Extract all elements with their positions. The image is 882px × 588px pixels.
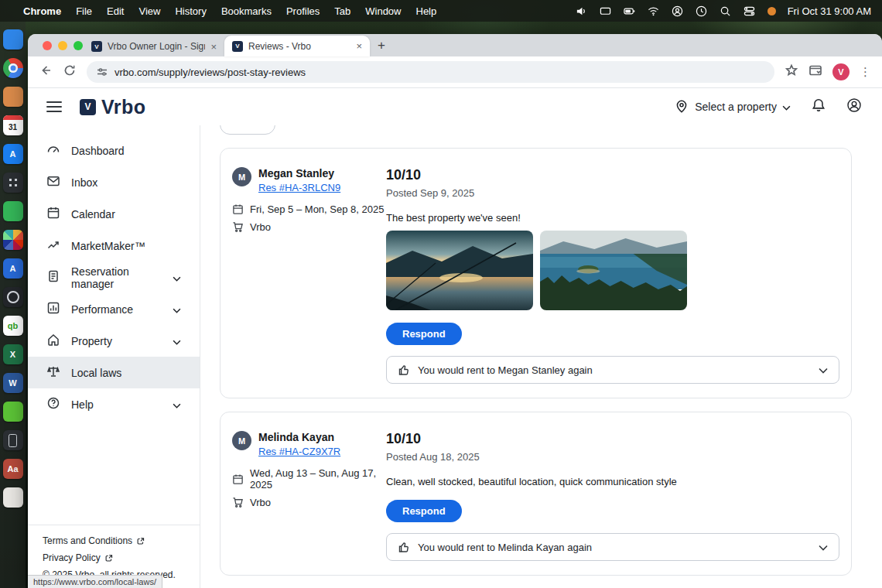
review-photo-sunset-lake[interactable] bbox=[386, 231, 533, 310]
menubar-app-name[interactable]: Chrome bbox=[23, 5, 61, 17]
menu-history[interactable]: History bbox=[175, 5, 206, 17]
sidebar-item-local-laws[interactable]: Local laws bbox=[28, 357, 200, 388]
menu-tab[interactable]: Tab bbox=[334, 5, 350, 17]
reservation-icon bbox=[46, 269, 60, 285]
help-icon bbox=[46, 396, 60, 412]
profile-avatar[interactable]: V bbox=[832, 63, 850, 80]
vrbo-logo-text: Vrbo bbox=[101, 96, 146, 118]
rent-again-accordion[interactable]: You would rent to Melinda Kayan again bbox=[386, 533, 839, 561]
review-card: M Melinda Kayan Res #HA-CZ9X7R Wed, Aug … bbox=[220, 412, 852, 576]
review-posted-date: Posted Aug 18, 2025 bbox=[386, 451, 839, 463]
dock-icon-calendar[interactable]: 31 bbox=[3, 115, 23, 135]
notifications-bell-icon[interactable] bbox=[811, 97, 826, 116]
rent-again-accordion[interactable]: You would rent to Megan Stanley again bbox=[386, 356, 839, 384]
reservation-link[interactable]: Res #HA-CZ9X7R bbox=[258, 446, 340, 457]
dock-icon-excel[interactable]: X bbox=[3, 344, 23, 364]
menu-file[interactable]: File bbox=[76, 5, 92, 17]
sidebar-item-property[interactable]: Property bbox=[28, 325, 200, 357]
tab-close-icon[interactable]: × bbox=[210, 41, 217, 53]
dock-icon-messages[interactable] bbox=[3, 402, 23, 422]
dock-icon-launchpad[interactable] bbox=[3, 173, 23, 193]
dock-icon-app-green[interactable] bbox=[3, 201, 23, 221]
property-selector[interactable]: Select a property bbox=[674, 98, 791, 116]
reload-icon[interactable] bbox=[63, 63, 77, 80]
menubar-clock[interactable]: Fri Oct 31 9:00 AM bbox=[788, 5, 871, 17]
dock-icon-app-blue[interactable] bbox=[3, 29, 23, 50]
chevron-down-icon bbox=[173, 303, 181, 316]
dock-icon-notes[interactable] bbox=[3, 487, 23, 508]
bookmark-star-icon[interactable] bbox=[785, 63, 798, 80]
privacy-link-label: Privacy Policy bbox=[43, 552, 101, 563]
dock-icon-iphone-mirroring[interactable] bbox=[3, 430, 23, 450]
record-dot-icon[interactable] bbox=[767, 7, 776, 15]
status-link-tooltip: https://www.vrbo.com/local-laws/ bbox=[28, 575, 162, 588]
clock-icon[interactable] bbox=[696, 5, 708, 17]
page-body: Dashboard Inbox Calendar MarketMaker™ Re… bbox=[28, 125, 882, 588]
sidebar-item-reservation-manager[interactable]: Reservation manager bbox=[28, 262, 200, 293]
account-icon[interactable] bbox=[846, 97, 862, 116]
search-icon[interactable] bbox=[720, 5, 732, 17]
user-icon[interactable] bbox=[672, 5, 684, 17]
dock-icon-dark-circle[interactable] bbox=[3, 287, 23, 307]
menu-profiles[interactable]: Profiles bbox=[286, 5, 320, 17]
respond-button[interactable]: Respond bbox=[386, 500, 462, 522]
browser-menu-icon[interactable]: ⋮ bbox=[860, 65, 871, 79]
review-photo-emerald-bay[interactable] bbox=[540, 231, 687, 310]
menu-help[interactable]: Help bbox=[416, 5, 437, 17]
dock-icon-fonts[interactable]: Aa bbox=[3, 459, 23, 479]
terms-link[interactable]: Terms and Conditions bbox=[43, 535, 185, 546]
tab-reviews-vrbo[interactable]: V Reviews - Vrbo × bbox=[224, 36, 370, 56]
filter-button-partial[interactable] bbox=[220, 125, 275, 135]
reservation-link[interactable]: Res #HA-3RLCN9 bbox=[258, 182, 340, 193]
minimize-window-button[interactable] bbox=[58, 41, 67, 50]
tab-vrbo-owner-login[interactable]: V Vrbo Owner Login - Sign in t × bbox=[84, 36, 224, 56]
dock-icon-app-orange[interactable] bbox=[3, 87, 23, 107]
sidebar-item-help[interactable]: Help bbox=[28, 388, 200, 420]
dock-icon-word[interactable]: W bbox=[3, 373, 23, 393]
home-icon bbox=[46, 333, 60, 349]
control-center-icon[interactable] bbox=[744, 5, 756, 17]
rent-again-label: You would rent to Melinda Kayan again bbox=[418, 542, 592, 553]
browser-action-icon[interactable] bbox=[808, 63, 822, 80]
menu-window[interactable]: Window bbox=[365, 5, 401, 17]
sidebar-item-dashboard[interactable]: Dashboard bbox=[28, 135, 200, 166]
back-icon[interactable] bbox=[39, 63, 53, 80]
tab-close-icon[interactable]: × bbox=[356, 40, 362, 52]
privacy-link[interactable]: Privacy Policy bbox=[43, 552, 185, 563]
location-pin-icon bbox=[674, 98, 689, 116]
site-info-icon[interactable] bbox=[97, 67, 108, 77]
volume-icon[interactable] bbox=[576, 5, 588, 17]
zoom-window-button[interactable] bbox=[74, 41, 83, 50]
sidebar-item-performance[interactable]: Performance bbox=[28, 293, 200, 325]
address-bar[interactable]: vrbo.com/supply/reviews/post-stay-review… bbox=[87, 61, 774, 83]
dock-icon-chrome[interactable] bbox=[3, 58, 23, 78]
inbox-icon bbox=[46, 174, 60, 190]
hamburger-menu-icon[interactable] bbox=[46, 101, 62, 112]
trend-chart-icon bbox=[46, 238, 60, 254]
guest-name: Melinda Kayan bbox=[258, 431, 340, 443]
sidebar-item-inbox[interactable]: Inbox bbox=[28, 166, 200, 198]
menu-edit[interactable]: Edit bbox=[107, 5, 124, 17]
dock-icon-app-blue-a[interactable]: A bbox=[3, 258, 23, 279]
battery-icon[interactable] bbox=[624, 5, 636, 17]
calendar-icon bbox=[232, 203, 244, 215]
review-card: M Megan Stanley Res #HA-3RLCN9 Fri, Sep … bbox=[220, 148, 852, 398]
calendar-icon bbox=[232, 473, 244, 485]
menu-bookmarks[interactable]: Bookmarks bbox=[221, 5, 272, 17]
respond-button[interactable]: Respond bbox=[386, 323, 462, 345]
close-window-button[interactable] bbox=[43, 41, 52, 50]
dock-icon-app-store[interactable]: A bbox=[3, 144, 23, 164]
sidebar-item-marketmaker[interactable]: MarketMaker™ bbox=[28, 230, 200, 262]
cart-icon bbox=[232, 497, 244, 508]
dock-icon-quickbooks[interactable]: qb bbox=[3, 316, 23, 336]
vrbo-logo[interactable]: V Vrbo bbox=[80, 96, 146, 118]
review-content: 10/10 Posted Aug 18, 2025 Clean, well st… bbox=[386, 431, 839, 561]
display-icon[interactable] bbox=[600, 5, 612, 17]
url-text: vrbo.com/supply/reviews/post-stay-review… bbox=[115, 67, 306, 78]
menu-view[interactable]: View bbox=[138, 5, 160, 17]
wifi-icon[interactable] bbox=[648, 5, 660, 17]
dock-icon-photos[interactable] bbox=[3, 230, 23, 250]
new-tab-button[interactable]: + bbox=[378, 38, 385, 53]
sidebar-item-label: Calendar bbox=[71, 208, 115, 220]
sidebar-item-calendar[interactable]: Calendar bbox=[28, 198, 200, 230]
